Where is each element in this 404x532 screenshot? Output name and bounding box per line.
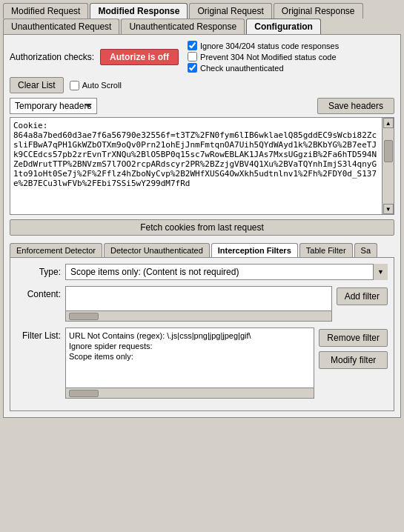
auth-row: Authorization checks: Autorize is off Ig… <box>10 41 394 73</box>
tab-modified-request[interactable]: Modified Request <box>3 3 88 19</box>
headers-dropdown-row: Temporary headers Save headers <box>10 98 394 114</box>
tab-original-request[interactable]: Original Request <box>189 3 271 19</box>
cookie-scrollbar-v[interactable]: ▲ ▼ <box>382 118 394 214</box>
cookie-textarea[interactable] <box>10 118 382 214</box>
checkbox-label-2: Prevent 304 Not Modified status code <box>200 53 336 61</box>
cookie-area-wrapper: ▲ ▼ <box>10 117 394 215</box>
filter-list-side-buttons: Remove filter Modify filter <box>319 327 388 369</box>
tabs-row-2: Unauthenticated Request Unauthenticated … <box>0 19 404 34</box>
content-scrollbar-h[interactable] <box>66 310 331 321</box>
save-headers-button[interactable]: Save headers <box>317 98 394 114</box>
tab-modified-response[interactable]: Modified Response <box>90 3 188 19</box>
temporary-headers-dropdown[interactable]: Temporary headers <box>10 98 97 114</box>
content-side-buttons: Add filter <box>337 286 388 305</box>
type-field-row: Type: Scope items only: (Content is not … <box>16 264 388 280</box>
content-label: Content: <box>16 286 61 299</box>
tab-table-filter[interactable]: Table Filter <box>299 243 353 257</box>
checkbox-label-3: Check unauthenticated <box>200 64 284 73</box>
content-scroll-thumb[interactable] <box>69 313 99 320</box>
content-field-content: Add filter <box>65 286 388 322</box>
clear-list-button[interactable]: Clear List <box>10 77 64 93</box>
checkbox-row-3[interactable]: Check unauthenticated <box>188 63 339 73</box>
filter-list-row: Filter List: URL Not Contains (regex): \… <box>16 327 388 399</box>
authorize-toggle-button[interactable]: Autorize is off <box>100 49 179 65</box>
tab-enforcement-detector[interactable]: Enforcement Detector <box>10 243 102 257</box>
tab-detector-unauthenticated[interactable]: Detector Unauthenticated <box>104 243 210 257</box>
modify-filter-button[interactable]: Modify filter <box>319 351 388 369</box>
clear-autoscroll-row: Clear List Auto Scroll <box>10 77 394 93</box>
auth-label: Authorization checks: <box>10 52 94 62</box>
tab-original-response[interactable]: Original Response <box>274 3 363 19</box>
filter-list-scrollbar-h[interactable] <box>66 388 314 398</box>
filter-list-items: URL Not Contains (regex): \.js|css|png|j… <box>66 328 314 388</box>
auto-scroll-checkbox[interactable] <box>70 81 79 90</box>
checkbox-row-2[interactable]: Prevent 304 Not Modified status code <box>188 52 339 61</box>
list-item: Ignore spider requests: <box>69 342 311 350</box>
scroll-down-arrow[interactable]: ▼ <box>383 204 394 214</box>
checkbox-unauthenticated[interactable] <box>188 63 197 73</box>
content-textarea[interactable] <box>66 287 331 310</box>
config-panel: Authorization checks: Autorize is off Ig… <box>3 34 401 418</box>
list-item: Scope items only: <box>69 352 311 361</box>
tab-unauthenticated-response[interactable]: Unauthenticated Response <box>121 19 245 34</box>
scroll-thumb[interactable] <box>384 140 393 162</box>
add-filter-button[interactable]: Add filter <box>337 287 388 305</box>
filter-list-content-row: URL Not Contains (regex): \.js|css|png|j… <box>65 327 388 399</box>
filter-panel: Type: Scope items only: (Content is not … <box>10 257 394 411</box>
type-select-wrapper: Scope items only: (Content is not requir… <box>65 264 388 280</box>
content-box <box>65 286 332 322</box>
checkbox-ignore-304[interactable] <box>188 41 197 50</box>
checkboxes-group: Ignore 304/204 status code responses Pre… <box>188 41 339 73</box>
bottom-tabs-row: Enforcement Detector Detector Unauthenti… <box>10 240 394 257</box>
filter-list-scroll-thumb[interactable] <box>69 390 99 397</box>
remove-filter-button[interactable]: Remove filter <box>319 329 388 347</box>
type-select[interactable]: Scope items only: (Content is not requir… <box>65 264 388 280</box>
checkbox-row-1[interactable]: Ignore 304/204 status code responses <box>188 41 339 50</box>
checkbox-prevent-304[interactable] <box>188 52 197 61</box>
auto-scroll-checkbox-row[interactable]: Auto Scroll <box>70 81 122 90</box>
scroll-up-arrow[interactable]: ▲ <box>383 118 394 128</box>
tabs-row-1: Modified Request Modified Response Origi… <box>0 0 404 19</box>
type-field-content: Scope items only: (Content is not requir… <box>65 264 388 280</box>
filter-list-box: URL Not Contains (regex): \.js|css|png|j… <box>65 327 314 399</box>
type-label: Type: <box>16 264 61 277</box>
checkbox-label-1: Ignore 304/204 status code responses <box>200 41 339 50</box>
list-item: URL Not Contains (regex): \.js|css|png|j… <box>69 331 311 340</box>
fetch-cookies-button[interactable]: Fetch cookies from last request <box>10 219 394 236</box>
tab-unauthenticated-request[interactable]: Unauthenticated Request <box>3 19 119 34</box>
tab-configuration[interactable]: Configuration <box>246 19 321 34</box>
tab-sa[interactable]: Sa <box>354 243 377 257</box>
filter-list-label: Filter List: <box>16 327 61 341</box>
tab-interception-filters[interactable]: Interception Filters <box>211 243 298 257</box>
auto-scroll-label: Auto Scroll <box>82 81 122 90</box>
content-field-row: Content: Add filter <box>16 286 388 322</box>
